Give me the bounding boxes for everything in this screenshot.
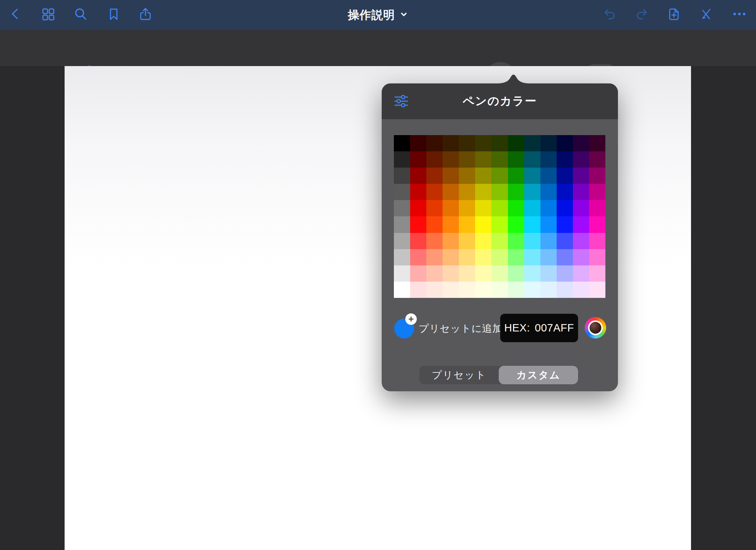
color-swatch[interactable] <box>573 282 589 298</box>
color-swatch[interactable] <box>459 216 475 233</box>
color-swatch[interactable] <box>475 249 491 265</box>
color-swatch[interactable] <box>491 282 508 298</box>
color-swatch[interactable] <box>410 168 426 184</box>
color-swatch[interactable] <box>573 216 589 233</box>
color-swatch[interactable] <box>573 265 589 282</box>
color-swatch[interactable] <box>540 249 557 265</box>
color-swatch[interactable] <box>540 216 557 233</box>
color-swatch[interactable] <box>459 200 475 216</box>
color-swatch[interactable] <box>394 216 410 233</box>
color-swatch[interactable] <box>524 216 540 233</box>
color-swatch[interactable] <box>540 184 557 200</box>
color-swatch[interactable] <box>443 233 459 249</box>
color-swatch[interactable] <box>475 168 491 184</box>
color-swatch[interactable] <box>459 168 475 184</box>
color-swatch[interactable] <box>475 200 491 216</box>
color-swatch[interactable] <box>394 282 410 298</box>
color-swatch[interactable] <box>459 135 475 151</box>
color-swatch[interactable] <box>524 233 540 249</box>
color-swatch[interactable] <box>540 135 557 151</box>
color-swatch[interactable] <box>573 184 589 200</box>
color-swatch[interactable] <box>573 135 589 151</box>
color-swatch[interactable] <box>426 168 443 184</box>
color-swatch[interactable] <box>573 151 589 168</box>
color-swatch[interactable] <box>410 249 426 265</box>
color-swatch[interactable] <box>589 216 605 233</box>
color-swatch[interactable] <box>589 249 605 265</box>
color-swatch[interactable] <box>394 151 410 168</box>
color-swatch[interactable] <box>426 135 443 151</box>
redo-button[interactable] <box>633 7 650 23</box>
hex-input[interactable]: HEX: 007AFF <box>500 314 578 342</box>
add-page-button[interactable] <box>666 7 683 23</box>
color-swatch[interactable] <box>508 184 524 200</box>
color-swatch[interactable] <box>524 184 540 200</box>
color-swatch[interactable] <box>491 200 508 216</box>
color-swatch[interactable] <box>443 135 459 151</box>
color-swatch[interactable] <box>459 151 475 168</box>
color-swatch[interactable] <box>540 200 557 216</box>
search-button[interactable] <box>73 7 89 23</box>
color-swatch[interactable] <box>557 135 573 151</box>
color-swatch[interactable] <box>443 168 459 184</box>
color-swatch[interactable] <box>459 249 475 265</box>
color-swatch[interactable] <box>524 200 540 216</box>
color-swatch[interactable] <box>540 168 557 184</box>
color-swatch[interactable] <box>410 151 426 168</box>
more-button[interactable] <box>731 7 748 23</box>
color-swatch[interactable] <box>443 282 459 298</box>
color-swatch[interactable] <box>491 135 508 151</box>
color-swatch[interactable] <box>491 168 508 184</box>
color-swatch[interactable] <box>540 265 557 282</box>
color-swatch[interactable] <box>540 282 557 298</box>
color-swatch[interactable] <box>491 151 508 168</box>
color-swatch[interactable] <box>589 184 605 200</box>
color-swatch[interactable] <box>410 282 426 298</box>
color-swatch[interactable] <box>426 216 443 233</box>
color-swatch[interactable] <box>475 184 491 200</box>
color-swatch[interactable] <box>394 233 410 249</box>
color-swatch[interactable] <box>410 265 426 282</box>
color-swatch[interactable] <box>491 216 508 233</box>
color-swatch[interactable] <box>589 168 605 184</box>
color-swatch[interactable] <box>557 265 573 282</box>
color-swatch[interactable] <box>524 249 540 265</box>
color-swatch[interactable] <box>524 151 540 168</box>
color-swatch[interactable] <box>557 200 573 216</box>
color-swatch[interactable] <box>475 151 491 168</box>
color-swatch[interactable] <box>443 249 459 265</box>
color-swatch[interactable] <box>475 135 491 151</box>
color-swatch[interactable] <box>459 233 475 249</box>
color-swatch[interactable] <box>394 200 410 216</box>
color-swatch[interactable] <box>573 168 589 184</box>
color-swatch[interactable] <box>573 233 589 249</box>
color-swatch[interactable] <box>410 233 426 249</box>
color-swatch[interactable] <box>524 265 540 282</box>
color-swatch[interactable] <box>394 135 410 151</box>
color-swatch[interactable] <box>524 282 540 298</box>
color-swatch[interactable] <box>557 249 573 265</box>
color-swatch[interactable] <box>573 249 589 265</box>
color-swatch[interactable] <box>589 151 605 168</box>
undo-button[interactable] <box>602 7 618 23</box>
color-wheel-button[interactable] <box>585 317 606 338</box>
color-swatch[interactable] <box>426 184 443 200</box>
tab-presets[interactable]: プリセット <box>419 366 499 384</box>
color-swatch[interactable] <box>426 249 443 265</box>
color-swatch[interactable] <box>459 282 475 298</box>
color-swatch[interactable] <box>508 168 524 184</box>
color-swatch[interactable] <box>508 282 524 298</box>
color-swatch[interactable] <box>508 200 524 216</box>
color-swatch[interactable] <box>410 216 426 233</box>
color-swatch[interactable] <box>557 282 573 298</box>
color-swatch[interactable] <box>589 135 605 151</box>
color-swatch[interactable] <box>410 200 426 216</box>
color-swatch[interactable] <box>475 265 491 282</box>
color-swatch[interactable] <box>459 184 475 200</box>
color-swatch[interactable] <box>394 265 410 282</box>
color-swatch[interactable] <box>524 168 540 184</box>
color-swatch[interactable] <box>540 151 557 168</box>
color-swatch[interactable] <box>475 216 491 233</box>
color-swatch[interactable] <box>589 200 605 216</box>
color-swatch[interactable] <box>475 282 491 298</box>
